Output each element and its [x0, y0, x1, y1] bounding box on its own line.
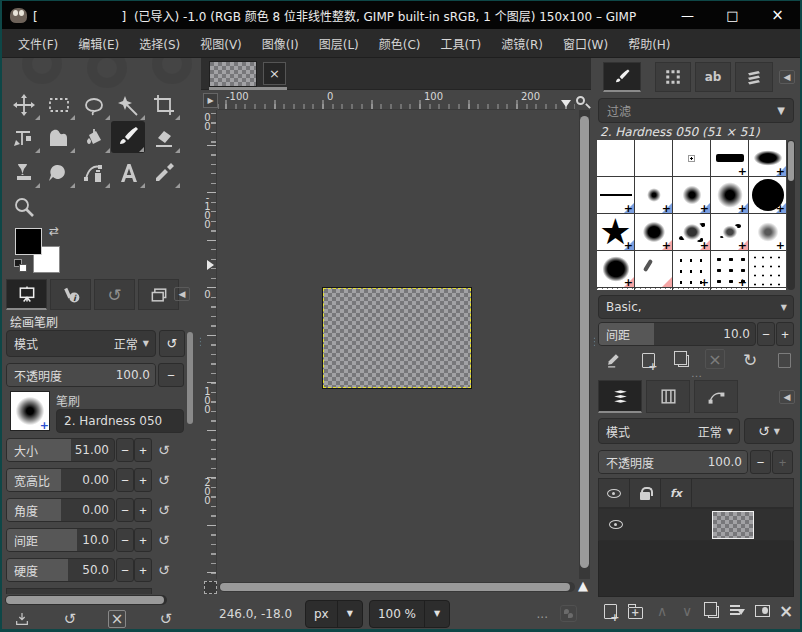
brush-item-tex4[interactable]: [711, 288, 748, 290]
minimize-button[interactable]: —: [665, 1, 710, 29]
clone-tool[interactable]: [7, 157, 41, 189]
raise-layer-button[interactable]: ∧: [651, 600, 673, 622]
brush-item-pixel[interactable]: [673, 140, 710, 176]
dock-grip[interactable]: …: [595, 370, 800, 378]
brush-item-dots-s[interactable]: [673, 251, 710, 287]
canvas-menu-button[interactable]: ▶: [203, 93, 218, 108]
aspect-ratio-decrease-button[interactable]: −: [116, 468, 134, 492]
tab-brushes[interactable]: [603, 62, 641, 92]
brush-item-blank[interactable]: [597, 140, 634, 176]
layer-list-empty-area[interactable]: [598, 541, 794, 597]
hardness-reset-icon[interactable]: ↺: [158, 563, 170, 577]
brush-item-grain[interactable]: [749, 214, 786, 250]
refresh-brushes-button[interactable]: ↻: [739, 349, 761, 371]
layers-tab-menu-button[interactable]: ◀: [779, 390, 795, 404]
tab-channels[interactable]: [646, 380, 690, 413]
edit-brush-button[interactable]: [603, 349, 625, 371]
brush-item-soft-m[interactable]: [673, 177, 710, 213]
quick-mask-toggle[interactable]: [204, 581, 217, 594]
warp-transform-tool[interactable]: [42, 122, 76, 154]
brush-name-box[interactable]: 2. Hardness 050: [56, 409, 184, 433]
paintbrush-tool[interactable]: [111, 121, 145, 153]
close-button[interactable]: ×: [755, 1, 800, 29]
visibility-column-button[interactable]: [599, 479, 630, 507]
paint-mode-reset-button[interactable]: ↺: [159, 330, 185, 357]
size-reset-icon[interactable]: ↺: [158, 443, 170, 457]
angle-increase-button[interactable]: +: [134, 498, 152, 522]
eraser-tool[interactable]: [147, 122, 181, 154]
brush-item-chalk[interactable]: [635, 214, 672, 250]
foreground-color-swatch[interactable]: [15, 228, 42, 255]
brush-item-dots-fine[interactable]: [749, 251, 786, 287]
brush-item-tex3[interactable]: [673, 288, 710, 290]
smudge-tool[interactable]: [42, 157, 76, 189]
image-tab[interactable]: [209, 61, 257, 87]
menu-select[interactable]: 选择(S): [129, 30, 190, 57]
menu-file[interactable]: 文件(F): [8, 30, 68, 57]
brush-item-circle[interactable]: [749, 177, 786, 213]
spacing-slider[interactable]: 间距 10.0: [6, 528, 115, 552]
aspect-ratio-slider[interactable]: 宽高比 0.00: [6, 468, 115, 492]
menu-layer[interactable]: 图层(L): [309, 30, 369, 57]
hardness-increase-button[interactable]: +: [134, 558, 152, 582]
new-brush-button[interactable]: [637, 349, 659, 371]
menu-edit[interactable]: 编辑(E): [68, 30, 129, 57]
layer-visibility-toggle[interactable]: [609, 520, 623, 529]
layer-opacity-slider[interactable]: 不透明度 100.0: [598, 450, 748, 474]
brush-item-soft-s[interactable]: [635, 177, 672, 213]
size-decrease-button[interactable]: −: [116, 438, 134, 462]
duplicate-brush-button[interactable]: [671, 349, 693, 371]
duplicate-layer-button[interactable]: [701, 600, 723, 622]
layer-mode-dropdown[interactable]: 模式 正常 ▼: [598, 418, 740, 444]
spacing-decrease-button[interactable]: −: [116, 528, 134, 552]
open-brush-as-image-button[interactable]: [773, 349, 795, 371]
hardness-slider[interactable]: 硬度 50.0: [6, 558, 115, 582]
brush-item-splat-m[interactable]: [673, 214, 710, 250]
tab-layers[interactable]: [598, 380, 642, 413]
paint-mode-dropdown[interactable]: 模式 正常 ▼: [6, 330, 156, 357]
layer-list-item[interactable]: [598, 508, 794, 541]
menu-colors[interactable]: 颜色(C): [369, 30, 431, 57]
brushes-tab-menu-button[interactable]: ◀: [779, 70, 795, 84]
reset-tool-options-button[interactable]: ↺: [156, 609, 176, 629]
layer-opacity-increase-button[interactable]: +: [772, 450, 793, 474]
tab-gradients[interactable]: [735, 62, 773, 92]
zoom-tool[interactable]: [7, 191, 41, 223]
tab-images[interactable]: [138, 279, 179, 310]
aspect-ratio-increase-button[interactable]: +: [134, 468, 152, 492]
fuzzy-select-tool[interactable]: [112, 89, 146, 121]
angle-decrease-button[interactable]: −: [116, 498, 134, 522]
tab-device-status[interactable]: i: [50, 279, 91, 310]
maximize-button[interactable]: □: [710, 1, 755, 29]
aspect-ratio-reset-icon[interactable]: ↺: [158, 473, 170, 487]
tab-tool-options[interactable]: [6, 279, 47, 310]
crop-tool[interactable]: [147, 89, 181, 121]
delete-brush-button[interactable]: ×: [705, 349, 725, 369]
spacing-reset-icon[interactable]: ↺: [158, 533, 170, 547]
unit-dropdown[interactable]: px ▼: [305, 600, 363, 628]
menu-filters[interactable]: 滤镜(R): [491, 30, 553, 57]
size-increase-button[interactable]: +: [134, 438, 152, 462]
brush-spacing-decrease-button[interactable]: −: [757, 322, 775, 346]
menu-image[interactable]: 图像(I): [252, 30, 309, 57]
brush-item-dots-m[interactable]: [711, 251, 748, 287]
brush-item-tex1[interactable]: [597, 288, 634, 290]
restore-tool-preset-button[interactable]: ↺: [60, 609, 80, 629]
brush-item-ellipse[interactable]: [749, 140, 786, 176]
color-picker-tool[interactable]: [147, 157, 181, 189]
new-layer-button[interactable]: [599, 600, 621, 622]
size-slider[interactable]: 大小 51.00: [6, 438, 115, 462]
brush-item-soft-l[interactable]: [711, 177, 748, 213]
layer-thumbnail[interactable]: [712, 511, 754, 539]
rectangle-select-tool[interactable]: [42, 89, 76, 121]
brush-spacing-increase-button[interactable]: +: [776, 322, 794, 346]
delete-layer-button[interactable]: ×: [775, 600, 797, 622]
move-tool[interactable]: [7, 89, 41, 121]
menu-tools[interactable]: 工具(T): [431, 30, 492, 57]
brush-item-tex2[interactable]: [635, 288, 672, 290]
brush-item-star[interactable]: [597, 214, 634, 250]
brush-filter-input[interactable]: 过滤 ▼: [598, 98, 794, 123]
zoom-dropdown[interactable]: 100 % ▼: [369, 600, 450, 628]
tab-undo-history[interactable]: ↺: [94, 279, 135, 310]
tool-options-hscrollbar[interactable]: [5, 595, 167, 605]
